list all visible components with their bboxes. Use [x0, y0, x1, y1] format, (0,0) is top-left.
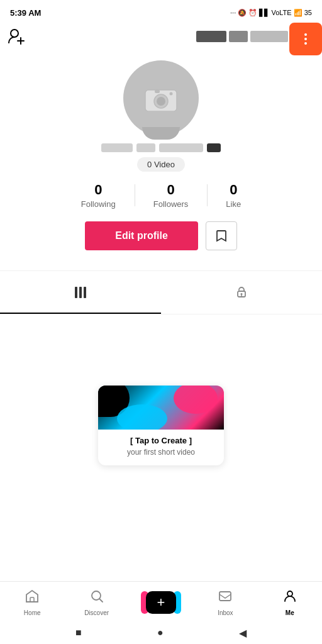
- following-label: Following: [81, 199, 116, 209]
- heart-lock-icon: [233, 286, 250, 304]
- bottom-nav: Home Discover + Inbox: [0, 581, 322, 621]
- svg-line-15: [99, 599, 103, 602]
- username-block-2: [229, 31, 248, 42]
- more-dots-icon: [304, 33, 307, 45]
- username-placeholder-block-4: [207, 143, 221, 152]
- splash-blob-2: [174, 386, 218, 414]
- content-tabs: [0, 276, 322, 314]
- inbox-icon: [218, 589, 233, 608]
- svg-point-17: [287, 591, 292, 596]
- username-placeholder-block-2: [136, 143, 155, 152]
- discover-icon: [89, 589, 104, 608]
- svg-rect-10: [84, 287, 86, 298]
- followers-count: 0: [167, 182, 174, 198]
- card-body: [ Tap to Create ] your first short video: [98, 430, 224, 465]
- tab-videos[interactable]: [0, 276, 161, 314]
- stat-following[interactable]: 0 Following: [62, 182, 135, 209]
- username-block-1: [196, 31, 226, 42]
- android-back-button[interactable]: ◀: [239, 627, 247, 639]
- nav-item-inbox[interactable]: Inbox: [206, 589, 244, 616]
- username-block-3: [250, 31, 288, 42]
- android-recent-button[interactable]: ■: [75, 627, 82, 638]
- profile-section: 0 Video 0 Following 0 Followers 0 Like E…: [0, 50, 322, 265]
- tap-to-create-title: [ Tap to Create ]: [106, 436, 216, 445]
- bookmark-icon: [214, 229, 228, 243]
- tap-to-create-card[interactable]: [ Tap to Create ] your first short video: [98, 386, 224, 465]
- edit-profile-button[interactable]: Edit profile: [85, 221, 198, 250]
- bookmark-button[interactable]: [206, 221, 237, 250]
- username-placeholder-block-3: [159, 143, 203, 152]
- home-icon: [25, 589, 40, 608]
- svg-rect-8: [75, 287, 77, 298]
- video-count-badge: 0 Video: [137, 157, 185, 172]
- android-nav: ■ ● ◀: [0, 621, 322, 644]
- discover-label: Discover: [84, 609, 109, 616]
- svg-rect-16: [219, 592, 231, 601]
- camera-icon: [145, 85, 177, 111]
- nav-item-create[interactable]: +: [142, 591, 180, 614]
- stat-likes[interactable]: 0 Like: [207, 182, 260, 209]
- following-count: 0: [94, 182, 102, 198]
- tab-liked[interactable]: [161, 276, 322, 314]
- inbox-label: Inbox: [218, 609, 233, 616]
- nav-item-home[interactable]: Home: [13, 589, 51, 616]
- followers-label: Followers: [153, 199, 189, 209]
- top-nav: ▾: [0, 23, 322, 50]
- status-time: 5:39 AM: [10, 8, 41, 18]
- nav-item-me[interactable]: Me: [271, 589, 309, 616]
- grid-icon: [73, 285, 88, 304]
- content-area: [ Tap to Create ] your first short video: [0, 314, 322, 478]
- username-placeholder-block-1: [101, 143, 133, 152]
- splash-blob-3: [117, 404, 167, 430]
- signal-icons: ··· 🔕 ⏰ ▋▋ VoLTE 📶 35: [230, 9, 312, 17]
- create-button[interactable]: +: [146, 591, 176, 614]
- tap-to-create-subtitle: your first short video: [106, 448, 216, 457]
- status-icons: ··· 🔕 ⏰ ▋▋ VoLTE 📶 35: [230, 9, 312, 17]
- status-bar: 5:39 AM ··· 🔕 ⏰ ▋▋ VoLTE 📶 35: [0, 0, 322, 23]
- svg-rect-13: [30, 597, 34, 602]
- svg-rect-6: [155, 90, 160, 93]
- me-label: Me: [286, 609, 294, 616]
- plus-icon: +: [157, 594, 165, 611]
- svg-point-7: [170, 92, 173, 96]
- username-placeholder: [101, 143, 221, 152]
- avatar-container: [123, 60, 199, 136]
- stats-row: 0 Following 0 Followers 0 Like: [0, 182, 322, 209]
- card-splash-image: [98, 386, 224, 430]
- likes-label: Like: [226, 199, 241, 209]
- more-options-button[interactable]: [289, 23, 322, 55]
- action-buttons: Edit profile: [85, 221, 237, 250]
- svg-rect-9: [79, 287, 82, 298]
- profile-divider: [0, 270, 322, 271]
- me-icon: [282, 589, 297, 608]
- likes-count: 0: [230, 182, 237, 198]
- android-home-button[interactable]: ●: [157, 627, 164, 638]
- svg-point-0: [11, 30, 18, 37]
- svg-point-5: [157, 97, 165, 106]
- home-label: Home: [24, 609, 41, 616]
- stat-followers[interactable]: 0 Followers: [135, 182, 208, 209]
- nav-item-discover[interactable]: Discover: [78, 589, 116, 616]
- add-user-button[interactable]: [8, 28, 25, 45]
- avatar-base: [142, 127, 180, 140]
- avatar: [123, 60, 199, 136]
